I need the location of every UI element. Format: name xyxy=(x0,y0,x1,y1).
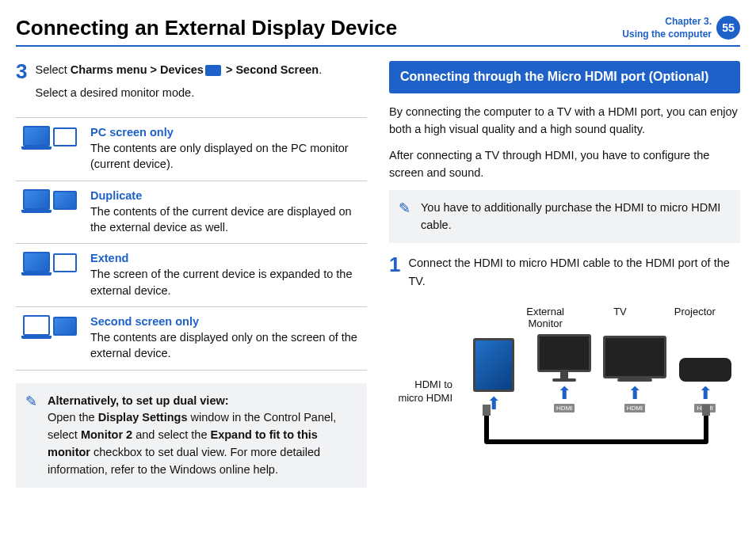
tablet-device-icon: ⬆ xyxy=(462,338,525,412)
chapter-number: Chapter 3. xyxy=(622,16,712,29)
devices-icon xyxy=(205,65,221,76)
section-heading: Connecting through the Micro HDMI port (… xyxy=(389,61,740,93)
step-3-line-2: Select a desired monitor mode. xyxy=(35,84,322,101)
up-arrow-icon: ⬆ xyxy=(628,385,642,402)
second-only-icon xyxy=(22,315,78,336)
note-body: Open the Display Settings window in the … xyxy=(48,409,356,478)
page-title: Connecting an External Display Device xyxy=(16,16,622,40)
dual-view-note: Alternatively, to set up dual view: Open… xyxy=(16,383,367,488)
mode-title: PC screen only xyxy=(90,126,361,139)
mode-title: Duplicate xyxy=(90,189,361,202)
up-arrow-icon: ⬆ xyxy=(698,385,712,402)
mode-desc: The contents of the current device are d… xyxy=(90,203,361,236)
mode-desc: The screen of the current device is expa… xyxy=(90,266,361,298)
paragraph: By connecting the computer to a TV with … xyxy=(389,103,740,139)
table-row: ExtendThe screen of the current device i… xyxy=(16,244,367,307)
purchase-note: You have to additionally purchase the HD… xyxy=(389,190,740,244)
tv-device-icon: ⬆HDMI xyxy=(603,336,666,412)
step-number-1: 1 xyxy=(389,254,400,295)
step-1-text: Connect the HDMI to micro HDMI cable to … xyxy=(408,254,740,290)
mode-title: Extend xyxy=(90,252,361,264)
mode-desc: The contents are only displayed on the P… xyxy=(90,140,361,173)
table-row: DuplicateThe contents of the current dev… xyxy=(16,181,367,245)
mode-desc: The contents are displayed only on the s… xyxy=(90,329,361,362)
hdmi-port-label: HDMI xyxy=(624,404,645,412)
hdmi-cable-graphic xyxy=(484,416,708,444)
label-projector: Projector xyxy=(658,306,732,329)
monitor-modes-table: PC screen onlyThe contents are only disp… xyxy=(16,117,367,370)
chapter-label: Chapter 3. Using the computer xyxy=(622,16,712,40)
pc-only-icon xyxy=(22,126,78,146)
hdmi-port-label: HDMI xyxy=(554,404,575,412)
up-arrow-icon: ⬆ xyxy=(557,385,571,402)
label-tv: TV xyxy=(582,306,657,329)
mode-title: Second screen only xyxy=(90,315,361,328)
paragraph: After connecting a TV through HDMI, you … xyxy=(389,146,740,182)
note-title: Alternatively, to set up dual view: xyxy=(48,393,356,410)
table-row: Second screen onlyThe contents are displ… xyxy=(16,307,367,371)
connection-diagram: External Monitor TV Projector HDMI to mi… xyxy=(389,306,740,444)
page-number-badge: 55 xyxy=(716,16,740,40)
step-number-3: 3 xyxy=(16,61,27,106)
right-column: Connecting through the Micro HDMI port (… xyxy=(389,61,740,488)
step-3-line-1: Select Charms menu > Devices > Second Sc… xyxy=(35,61,322,78)
label-external-monitor: External Monitor xyxy=(508,306,582,329)
table-row: PC screen onlyThe contents are only disp… xyxy=(16,118,367,181)
left-column: 3 Select Charms menu > Devices > Second … xyxy=(16,61,367,488)
chapter-name: Using the computer xyxy=(622,29,712,41)
extend-icon xyxy=(22,252,78,272)
monitor-device-icon: ⬆HDMI xyxy=(533,334,596,412)
duplicate-icon xyxy=(22,189,78,210)
label-cable: HDMI to micro HDMI xyxy=(389,334,452,405)
